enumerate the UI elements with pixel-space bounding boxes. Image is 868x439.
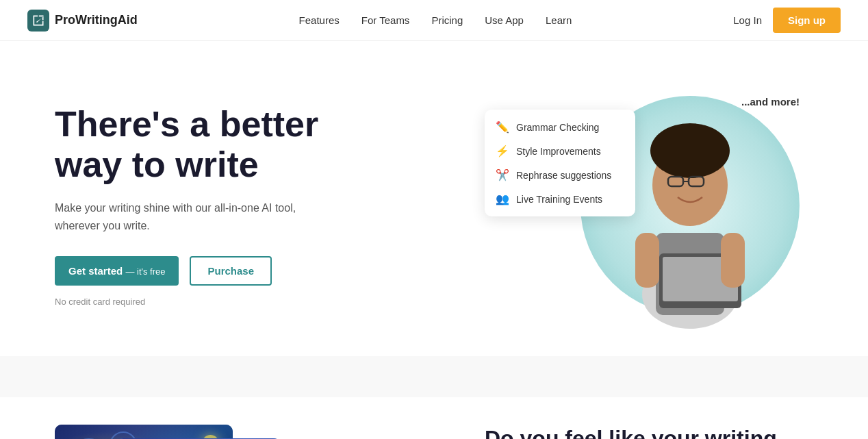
- feature-style: ⚡ Style Improvements: [485, 139, 635, 163]
- second-image: My idea in my head: [55, 425, 288, 439]
- logo-svg: [31, 14, 45, 27]
- brand-name: ProWritingAid: [55, 13, 138, 27]
- second-left: My idea in my head: [55, 397, 342, 439]
- logo[interactable]: ProWritingAid: [27, 10, 138, 32]
- svg-rect-10: [721, 233, 745, 288]
- nav-pricing[interactable]: Pricing: [431, 14, 463, 26]
- login-button[interactable]: Log In: [733, 14, 762, 26]
- nav-links: Features For Teams Pricing Use App Learn: [299, 14, 572, 26]
- navbar: ProWritingAid Features For Teams Pricing…: [0, 0, 868, 41]
- rephrase-icon: ✂️: [496, 168, 509, 181]
- hero-title: There's a better way to write: [55, 104, 411, 186]
- hero-subtitle: Make your writing shine with our all-in-…: [55, 199, 315, 234]
- logo-icon: [27, 10, 49, 32]
- back-card: [55, 425, 233, 439]
- feature-rephrase: ✂️ Rephrase suggestions: [485, 163, 635, 187]
- nav-features[interactable]: Features: [299, 14, 340, 26]
- style-icon: ⚡: [496, 145, 509, 158]
- nav-actions: Log In Sign up: [733, 8, 841, 33]
- nav-for-teams[interactable]: For Teams: [361, 14, 410, 26]
- hero-buttons: Get started — it's free Purchase: [55, 256, 411, 286]
- hero-left: There's a better way to write Make your …: [55, 104, 411, 308]
- svg-rect-9: [635, 233, 659, 288]
- signup-button[interactable]: Sign up: [773, 8, 841, 33]
- second-right: Do you feel like your writing lets you d…: [485, 397, 813, 439]
- feature-grammar: ✏️ Grammar Checking: [485, 115, 635, 139]
- purchase-button[interactable]: Purchase: [190, 256, 272, 286]
- second-title: Do you feel like your writing lets you d…: [485, 425, 813, 439]
- svg-point-3: [650, 123, 730, 178]
- grammar-icon: ✏️: [496, 121, 509, 134]
- nav-learn[interactable]: Learn: [546, 14, 572, 26]
- get-started-button[interactable]: Get started — it's free: [55, 256, 179, 286]
- features-panel: ✏️ Grammar Checking ⚡ Style Improvements…: [485, 110, 635, 216]
- second-section: My idea in my head Do you feel like your…: [0, 397, 868, 439]
- feature-training: 👥 Live Training Events: [485, 187, 635, 211]
- hero-right: ...and more!: [485, 82, 813, 329]
- section-divider: [0, 356, 868, 397]
- starry-night-bg: [55, 425, 233, 439]
- training-icon: 👥: [496, 192, 509, 205]
- hero-section: There's a better way to write Make your …: [0, 41, 868, 356]
- hero-note: No credit card required: [55, 297, 411, 307]
- nav-use-app[interactable]: Use App: [485, 14, 524, 26]
